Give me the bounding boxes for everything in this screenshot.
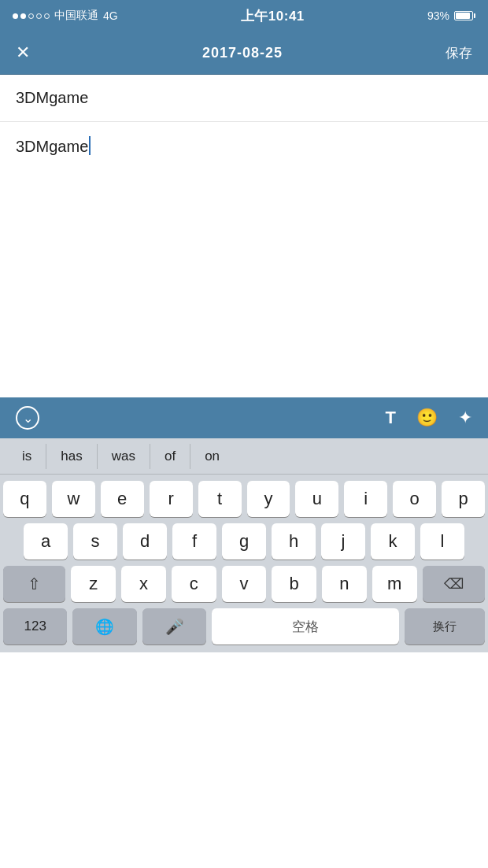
autocomplete-on[interactable]: on: [190, 444, 234, 469]
autocomplete-has[interactable]: has: [46, 444, 97, 469]
key-e[interactable]: e: [101, 481, 144, 517]
dot4: [36, 13, 42, 19]
dot3: [28, 13, 34, 19]
text-cursor: [89, 136, 91, 155]
dot1: [13, 13, 18, 19]
globe-key[interactable]: 🌐: [72, 608, 136, 645]
keyboard-toolbar: ⌄ T 🙂 ✦: [0, 397, 488, 438]
key-b[interactable]: b: [272, 566, 316, 602]
body-row: 3DMgame: [0, 122, 488, 397]
time-label: 上午10:41: [241, 7, 305, 25]
dot5: [44, 13, 50, 19]
autocomplete-is[interactable]: is: [8, 444, 46, 469]
key-row-3: ⇧ z x c v b n m ⌫: [0, 560, 488, 602]
key-l[interactable]: l: [420, 523, 464, 560]
key-n[interactable]: n: [322, 566, 367, 602]
key-u[interactable]: u: [295, 481, 338, 517]
content-area: 3DMgame: [0, 75, 488, 397]
key-t[interactable]: t: [198, 481, 242, 517]
key-p[interactable]: p: [442, 481, 485, 517]
key-d[interactable]: d: [123, 523, 167, 560]
autocomplete-was[interactable]: was: [98, 444, 150, 469]
nav-bar: ✕ 2017-08-25 保存: [0, 31, 488, 75]
key-row-1: q w e r t y u i o p: [0, 475, 488, 517]
battery-icon: [454, 11, 475, 20]
brightness-button[interactable]: ✦: [458, 408, 472, 428]
key-k[interactable]: k: [371, 523, 415, 560]
key-x[interactable]: x: [121, 566, 166, 602]
key-a[interactable]: a: [24, 523, 68, 560]
key-q[interactable]: q: [3, 481, 46, 517]
key-s[interactable]: s: [73, 523, 117, 560]
key-z[interactable]: z: [71, 566, 116, 602]
title-input[interactable]: [16, 89, 472, 107]
autocomplete-of[interactable]: of: [150, 444, 190, 469]
dot2: [20, 13, 26, 19]
chevron-down-icon: ⌄: [23, 411, 33, 426]
key-i[interactable]: i: [344, 481, 387, 517]
toolbar-left: ⌄: [16, 406, 39, 430]
key-v[interactable]: v: [222, 566, 267, 602]
body-content: 3DMgame: [16, 136, 472, 156]
num-key[interactable]: 123: [3, 608, 67, 645]
return-key[interactable]: 换行: [405, 608, 485, 645]
body-text: 3DMgame: [16, 138, 88, 155]
key-f[interactable]: f: [172, 523, 216, 560]
autocomplete-row: is has was of on: [0, 438, 488, 475]
key-row-4: 123 🌐 🎤 空格 换行: [0, 602, 488, 652]
save-button[interactable]: 保存: [445, 44, 472, 62]
key-r[interactable]: r: [150, 481, 193, 517]
carrier-label: 中国联通: [54, 9, 98, 23]
key-h[interactable]: h: [272, 523, 316, 560]
delete-key[interactable]: ⌫: [423, 566, 485, 602]
emoji-button[interactable]: 🙂: [416, 408, 438, 428]
network-label: 4G: [103, 9, 118, 22]
keyboard: q w e r t y u i o p a s d f g h j k l ⇧ …: [0, 475, 488, 652]
title-row: [0, 75, 488, 122]
key-row-2: a s d f g h j k l: [0, 517, 488, 560]
status-bar: 中国联通 4G 上午10:41 93%: [0, 0, 488, 31]
key-g[interactable]: g: [222, 523, 266, 560]
key-m[interactable]: m: [372, 566, 417, 602]
key-o[interactable]: o: [393, 481, 436, 517]
toolbar-right: T 🙂 ✦: [386, 408, 472, 428]
shift-key[interactable]: ⇧: [3, 566, 65, 602]
status-left: 中国联通 4G: [13, 9, 118, 23]
collapse-keyboard-button[interactable]: ⌄: [16, 406, 39, 430]
mic-key[interactable]: 🎤: [142, 608, 206, 645]
signal-dots: [13, 13, 50, 19]
text-format-button[interactable]: T: [386, 408, 396, 428]
close-button[interactable]: ✕: [16, 42, 39, 63]
space-key[interactable]: 空格: [212, 608, 399, 645]
key-y[interactable]: y: [247, 481, 290, 517]
battery-percent: 93%: [427, 9, 449, 22]
status-right: 93%: [427, 9, 475, 22]
key-c[interactable]: c: [172, 566, 216, 602]
key-w[interactable]: w: [52, 481, 95, 517]
nav-title: 2017-08-25: [202, 45, 283, 61]
key-j[interactable]: j: [321, 523, 365, 560]
